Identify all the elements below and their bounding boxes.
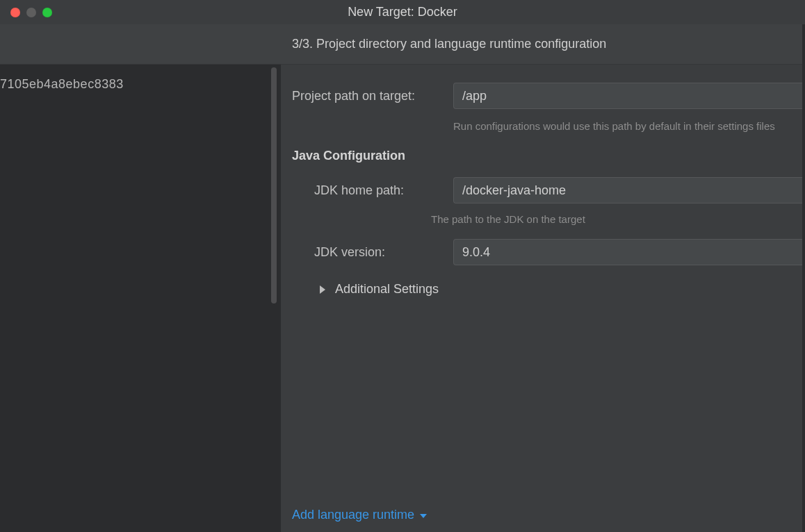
dialog-body: 7105eb4a8ebec8383 Project path on target… <box>0 65 805 532</box>
additional-settings-toggle[interactable]: Additional Settings <box>292 269 805 297</box>
sidebar-scrollbar[interactable] <box>271 67 277 304</box>
wizard-step-header: 3/3. Project directory and language runt… <box>0 24 805 65</box>
jdk-home-hint: The path to the JDK on the target <box>292 208 805 239</box>
content-panel: Project path on target: /app Run configu… <box>281 65 805 532</box>
jdk-version-value: 9.0.4 <box>462 245 490 260</box>
sidebar-item-image[interactable]: 7105eb4a8ebec8383 <box>0 65 281 92</box>
project-path-hint: Run configurations would use this path b… <box>292 113 805 143</box>
sidebar: 7105eb4a8ebec8383 <box>0 65 281 532</box>
zoom-window-icon[interactable] <box>42 8 52 17</box>
java-configuration-heading: Java Configuration <box>292 143 805 177</box>
window-title: New Target: Docker <box>0 5 805 19</box>
jdk-version-row: JDK version: 9.0.4 <box>292 239 805 265</box>
add-language-runtime-label: Add language runtime <box>292 508 414 522</box>
disclosure-triangle-icon <box>320 285 325 294</box>
jdk-home-label: JDK home path: <box>292 183 453 198</box>
right-window-edge <box>802 24 805 532</box>
project-path-input[interactable]: /app <box>453 83 805 109</box>
wizard-step-label: 3/3. Project directory and language runt… <box>292 37 606 51</box>
jdk-home-input[interactable]: /docker-java-home <box>453 177 805 203</box>
jdk-version-input[interactable]: 9.0.4 <box>453 239 805 265</box>
project-path-label: Project path on target: <box>292 89 453 103</box>
chevron-down-icon <box>420 514 427 518</box>
project-path-value: /app <box>462 89 487 103</box>
project-path-row: Project path on target: /app <box>292 83 805 109</box>
jdk-home-value: /docker-java-home <box>462 183 566 198</box>
jdk-version-label: JDK version: <box>292 245 453 260</box>
add-language-runtime-button[interactable]: Add language runtime <box>292 508 427 522</box>
jdk-home-row: JDK home path: /docker-java-home <box>292 177 805 203</box>
minimize-window-icon <box>26 8 36 17</box>
close-window-icon[interactable] <box>10 8 20 17</box>
additional-settings-label: Additional Settings <box>335 282 439 297</box>
window-controls <box>0 8 52 17</box>
titlebar: New Target: Docker <box>0 0 805 24</box>
